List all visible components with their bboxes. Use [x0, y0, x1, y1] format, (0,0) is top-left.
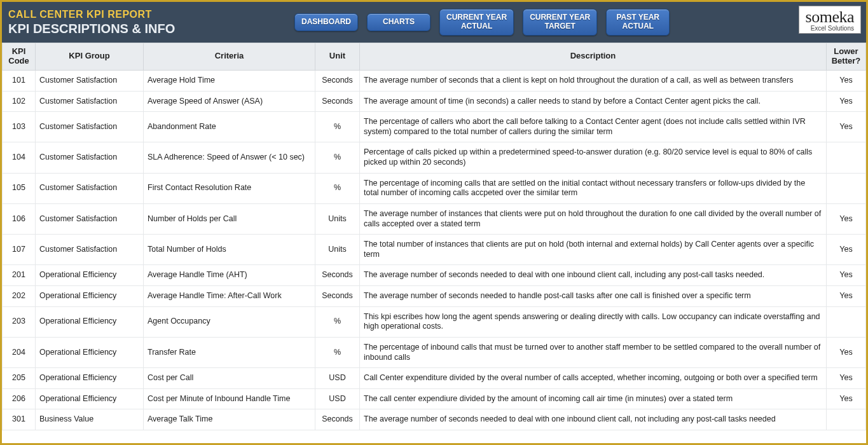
past-year-actual-button[interactable]: PAST YEAR ACTUAL [606, 9, 670, 36]
cell-unit: Seconds [315, 409, 360, 430]
header-bar: CALL CENTER KPI REPORT KPI DESCRIPTIONS … [2, 2, 866, 43]
cell-criteria: First Contact Resolution Rate [144, 173, 315, 203]
cell-lower-better [827, 409, 866, 430]
cell-unit: % [315, 173, 360, 203]
cell-unit: Seconds [315, 265, 360, 286]
dashboard-button[interactable]: DASHBOARD [294, 13, 358, 31]
cell-criteria: Agent Occupancy [144, 306, 315, 337]
table-row: 103Customer SatisfactionAbandonment Rate… [3, 112, 866, 142]
col-header-code: KPI Code [3, 43, 36, 71]
table-row: 202Operational EfficiencyAverage Handle … [3, 286, 866, 307]
table-row: 204Operational EfficiencyTransfer Rate%T… [3, 337, 866, 367]
table-row: 301Business ValueAverage Talk TimeSecond… [3, 409, 866, 430]
cell-criteria: Average Hold Time [144, 70, 315, 91]
kpi-table-container: KPI Code KPI Group Criteria Unit Descrip… [2, 43, 866, 443]
brand-name: someka [806, 8, 854, 26]
nav-buttons: DASHBOARD CHARTS CURRENT YEAR ACTUAL CUR… [294, 2, 670, 43]
current-year-target-button[interactable]: CURRENT YEAR TARGET [523, 9, 597, 36]
table-row: 201Operational EfficiencyAverage Handle … [3, 265, 866, 286]
cell-group: Customer Satisfaction [36, 203, 144, 234]
cell-code: 107 [3, 235, 36, 265]
cell-lower-better [827, 142, 866, 173]
cell-group: Operational Efficiency [36, 388, 144, 409]
cell-criteria: Transfer Rate [144, 337, 315, 367]
cell-group: Customer Satisfaction [36, 142, 144, 173]
cell-criteria: SLA Adherence: Speed of Answer (< 10 sec… [144, 142, 315, 173]
cell-unit: Units [315, 203, 360, 234]
cell-code: 105 [3, 173, 36, 203]
cell-criteria: Cost per Call [144, 368, 315, 389]
cell-lower-better: Yes [827, 286, 866, 307]
cell-code: 102 [3, 91, 36, 112]
cell-lower-better [827, 173, 866, 203]
cell-code: 204 [3, 337, 36, 367]
cell-code: 301 [3, 409, 36, 430]
cell-criteria: Average Handle Time (AHT) [144, 265, 315, 286]
cell-lower-better: Yes [827, 388, 866, 409]
cell-group: Operational Efficiency [36, 337, 144, 367]
table-row: 104Customer SatisfactionSLA Adherence: S… [3, 142, 866, 173]
cell-criteria: Number of Holds per Call [144, 203, 315, 234]
table-header-row: KPI Code KPI Group Criteria Unit Descrip… [3, 43, 866, 71]
cell-group: Customer Satisfaction [36, 173, 144, 203]
cell-code: 103 [3, 112, 36, 142]
cell-code: 202 [3, 286, 36, 307]
cell-lower-better: Yes [827, 91, 866, 112]
cell-criteria: Cost per Minute of Inbound Handle Time [144, 388, 315, 409]
cell-criteria: Average Speed of Answer (ASA) [144, 91, 315, 112]
cell-group: Operational Efficiency [36, 286, 144, 307]
cell-description: This kpi escribes how long the agent spe… [360, 306, 827, 337]
cell-lower-better: Yes [827, 265, 866, 286]
cell-unit: % [315, 337, 360, 367]
cell-description: Percentage of calls picked up within a p… [360, 142, 827, 173]
col-header-description: Description [360, 43, 827, 71]
cell-group: Operational Efficiency [36, 368, 144, 389]
cell-lower-better: Yes [827, 70, 866, 91]
cell-description: The call center expendiure divided by th… [360, 388, 827, 409]
table-row: 205Operational EfficiencyCost per CallUS… [3, 368, 866, 389]
current-year-actual-button[interactable]: CURRENT YEAR ACTUAL [439, 9, 514, 36]
cell-group: Business Value [36, 409, 144, 430]
cell-description: The average number of seconds that a cli… [360, 70, 827, 91]
cell-group: Customer Satisfaction [36, 112, 144, 142]
cell-code: 206 [3, 388, 36, 409]
cell-criteria: Abandonment Rate [144, 112, 315, 142]
cell-unit: Seconds [315, 286, 360, 307]
cell-group: Customer Satisfaction [36, 70, 144, 91]
title-block: CALL CENTER KPI REPORT KPI DESCRIPTIONS … [2, 2, 218, 43]
cell-unit: % [315, 142, 360, 173]
brand-subtitle: Excel Solutions [806, 25, 854, 32]
table-row: 105Customer SatisfactionFirst Contact Re… [3, 173, 866, 203]
charts-button[interactable]: CHARTS [367, 13, 431, 31]
cell-unit: USD [315, 368, 360, 389]
cell-unit: % [315, 306, 360, 337]
table-row: 203Operational EfficiencyAgent Occupancy… [3, 306, 866, 337]
cell-code: 205 [3, 368, 36, 389]
cell-unit: Seconds [315, 91, 360, 112]
col-header-group: KPI Group [36, 43, 144, 71]
cell-group: Customer Satisfaction [36, 235, 144, 265]
cell-group: Operational Efficiency [36, 265, 144, 286]
cell-description: The average number of seconds needed to … [360, 286, 827, 307]
cell-unit: Seconds [315, 70, 360, 91]
cell-description: The average number of seconds needed to … [360, 409, 827, 430]
cell-criteria: Average Handle Time: After-Call Work [144, 286, 315, 307]
cell-description: The average number of instances that cli… [360, 203, 827, 234]
table-row: 101Customer SatisfactionAverage Hold Tim… [3, 70, 866, 91]
cell-lower-better: Yes [827, 368, 866, 389]
cell-unit: USD [315, 388, 360, 409]
cell-group: Customer Satisfaction [36, 91, 144, 112]
cell-code: 104 [3, 142, 36, 173]
table-row: 107Customer SatisfactionTotal Number of … [3, 235, 866, 265]
cell-lower-better [827, 306, 866, 337]
cell-description: Call Center expenditure divided by the o… [360, 368, 827, 389]
cell-description: The percentage of callers who abort the … [360, 112, 827, 142]
table-row: 206Operational EfficiencyCost per Minute… [3, 388, 866, 409]
table-row: 102Customer SatisfactionAverage Speed of… [3, 91, 866, 112]
cell-unit: Units [315, 235, 360, 265]
page-title: KPI DESCRIPTIONS & INFO [8, 22, 218, 36]
cell-criteria: Total Number of Holds [144, 235, 315, 265]
cell-lower-better: Yes [827, 112, 866, 142]
col-header-criteria: Criteria [144, 43, 315, 71]
cell-lower-better: Yes [827, 235, 866, 265]
